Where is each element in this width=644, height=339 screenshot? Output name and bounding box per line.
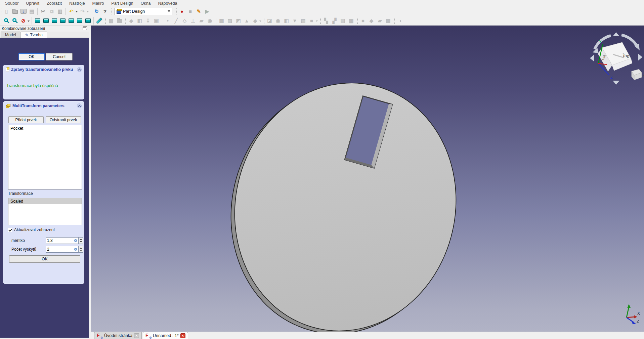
gear-icon: ⚙: [149, 336, 152, 339]
transform-list-item[interactable]: Scaled: [8, 198, 82, 204]
fillet-icon: ■: [361, 18, 364, 23]
refresh-icon[interactable]: ↻: [92, 7, 101, 15]
nav-down-arrow-icon[interactable]: [613, 81, 619, 85]
copy-icon[interactable]: ⧉: [47, 7, 56, 15]
scale-input[interactable]: 1,3: [46, 237, 78, 244]
draw-style-icon[interactable]: ⊘: [19, 16, 28, 25]
multitransform-icon: ▦: [347, 16, 355, 25]
front-view-icon[interactable]: [42, 16, 50, 25]
document-tab-u-vodni-stra-nka[interactable]: F⚙Úvodní stránka×: [94, 332, 142, 339]
toolbar-separator: [66, 8, 66, 15]
macro-stop-icon: ■: [189, 9, 192, 14]
chevron-down-icon[interactable]: [28, 20, 30, 23]
transform-list[interactable]: Scaled: [8, 198, 82, 225]
menu-item-makro[interactable]: Makro: [89, 0, 108, 6]
messages-section: Zprávy transformovaného prvku Transforma…: [3, 65, 84, 99]
freecad-file-icon: F⚙: [145, 333, 151, 338]
document-tab-unnamed-1[interactable]: F⚙Unnamed : 1*×: [143, 332, 188, 339]
nav-up-arrow-icon[interactable]: [613, 32, 619, 36]
rear-view-icon[interactable]: [67, 16, 75, 25]
whats-this-icon[interactable]: ?: [101, 7, 109, 15]
menu-item-na-stroje[interactable]: Nástroje: [66, 0, 89, 6]
feature-list[interactable]: Pocket: [8, 125, 82, 189]
occurrences-spinner[interactable]: [78, 246, 83, 253]
right-view-icon[interactable]: [58, 16, 67, 25]
macro-record-icon[interactable]: ●: [178, 7, 186, 15]
zoom-icon[interactable]: [11, 16, 19, 25]
subtractive-group-toolbar: ◪◉◧▼▧■: [263, 16, 319, 25]
spin-up-icon[interactable]: [79, 238, 83, 241]
menu-item-part-design[interactable]: Part Design: [108, 0, 137, 6]
tab-model[interactable]: Model: [1, 32, 20, 38]
expression-icon[interactable]: [74, 248, 77, 251]
task-ok-button[interactable]: OK: [18, 53, 45, 60]
spin-down-icon[interactable]: [79, 249, 83, 252]
groove-icon: ◧: [284, 18, 289, 23]
tab-tvorba[interactable]: ✎Tvorba: [21, 32, 47, 38]
menu-item-okna[interactable]: Okna: [137, 0, 155, 6]
close-icon[interactable]: ×: [134, 333, 139, 338]
undo-icon[interactable]: ↶: [67, 7, 76, 15]
panel-title-bar: Kombinované zobrazení: [0, 26, 89, 32]
paste-icon[interactable]: ▥: [56, 7, 64, 15]
undo-icon: ↶: [69, 9, 74, 14]
clone-icon: ▦: [107, 16, 115, 25]
add-feature-button[interactable]: Přidat prvek: [8, 116, 44, 123]
pencil-icon: ✎: [25, 33, 29, 37]
menu-item-upravit[interactable]: Upravit: [22, 0, 43, 6]
open-file-icon[interactable]: [11, 7, 19, 15]
workbench-selector[interactable]: Part Design: [115, 8, 172, 15]
nav-right-arrow-icon[interactable]: [638, 54, 642, 60]
chevron-down-icon: [316, 20, 318, 23]
feature-list-item[interactable]: Pocket: [8, 125, 82, 131]
fit-all-icon[interactable]: [2, 16, 11, 25]
spin-down-icon[interactable]: [79, 241, 83, 244]
multitransform-section-header[interactable]: MultiTransform parameters: [3, 101, 84, 110]
new-file-icon[interactable]: ▯: [2, 7, 11, 15]
navigation-cube[interactable]: Top Left Y Z: [581, 28, 644, 87]
menu-item-soubor[interactable]: Soubor: [1, 0, 22, 6]
create-body-icon: ◆: [129, 18, 133, 23]
top-view-icon[interactable]: [50, 16, 58, 25]
close-icon[interactable]: ×: [180, 333, 185, 338]
left-view-icon[interactable]: [84, 16, 92, 25]
measure-icon[interactable]: [95, 16, 103, 25]
subtractive-loft-icon: ▼: [292, 18, 297, 23]
update-view-checkbox[interactable]: [8, 228, 12, 232]
collapse-icon[interactable]: [77, 67, 82, 72]
collapse-icon[interactable]: [77, 103, 82, 108]
bottom-view-icon[interactable]: [75, 16, 84, 25]
toolbar-separator: [37, 8, 38, 15]
expression-icon[interactable]: [74, 239, 77, 242]
tab-label: Model: [5, 33, 16, 37]
nav-left-arrow-icon[interactable]: [590, 55, 594, 61]
menu-item-zobrazit[interactable]: Zobrazit: [43, 0, 66, 6]
occurrences-input[interactable]: 2: [46, 246, 78, 253]
3d-viewport[interactable]: Top Left Y Z X Z: [91, 26, 644, 332]
remove-feature-button[interactable]: Odstranit prvek: [46, 116, 81, 123]
multitransform-ok-button[interactable]: OK: [9, 255, 80, 263]
spin-up-icon[interactable]: [79, 246, 83, 249]
chevron-down-icon[interactable]: [76, 11, 78, 13]
cut-icon[interactable]: ✂: [39, 7, 47, 15]
pattern-group-toolbar: ▚▞▤▦: [319, 16, 356, 25]
polar-pattern-icon: ▤: [340, 18, 345, 23]
zoom-icon: [12, 18, 16, 22]
y-axis-label: Y: [599, 40, 602, 44]
save-icon[interactable]: ↓: [19, 7, 28, 15]
macro-edit-icon[interactable]: ✎: [195, 7, 203, 15]
file-toolbar-group: ▯↓▤✂⧉▥↶↷↻?: [0, 7, 110, 16]
toolbar-standard: ▯↓▤✂⧉▥↶↷↻? Part Design ●■✎▶: [0, 7, 644, 16]
menu-item-na-pove-da[interactable]: Nápověda: [155, 0, 181, 6]
scale-spinner[interactable]: [78, 237, 83, 244]
float-panel-icon[interactable]: [83, 27, 86, 30]
messages-section-header[interactable]: Zprávy transformovaného prvku: [3, 65, 84, 73]
task-cancel-button[interactable]: Cancel: [46, 53, 73, 60]
axonometric-view-icon[interactable]: [33, 16, 42, 25]
multitransform-section-title: MultiTransform parameters: [12, 103, 75, 108]
disc-body[interactable]: [210, 60, 481, 332]
print-icon[interactable]: ▤: [28, 7, 36, 15]
multitransform-section: MultiTransform parameters Přidat prvek O…: [3, 101, 84, 284]
workbench-cube-icon: [117, 10, 121, 14]
panel-tabs: Model✎Tvorba: [0, 32, 89, 38]
